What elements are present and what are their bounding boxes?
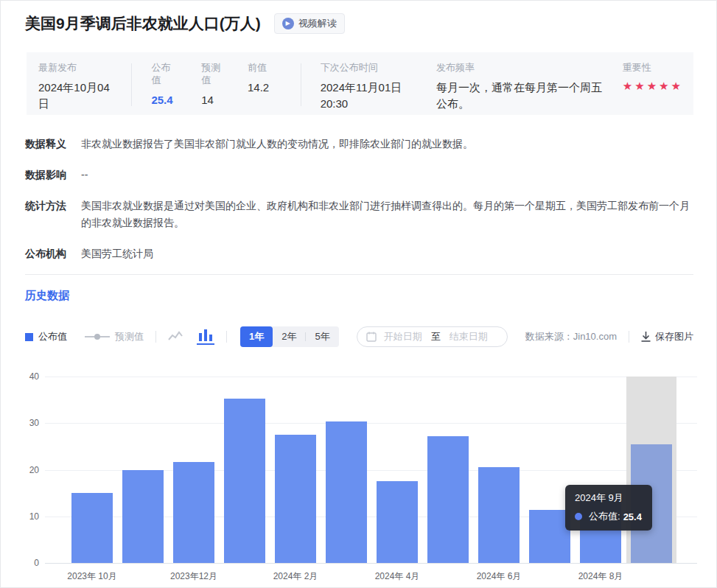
published-label: 公布值 — [151, 62, 175, 87]
y-tick-label: 30 — [20, 418, 39, 428]
detail-label: 数据释义 — [25, 136, 71, 153]
detail-row-impact: 数据影响 -- — [25, 167, 693, 183]
tooltip-title: 2024年 9月 — [575, 491, 642, 505]
summary-bar: 最新发布 2024年10月04日 公布值 25.4 预测值 14 前值 14.2… — [27, 52, 693, 115]
bar-chart-icon — [199, 329, 212, 341]
range-tab-group: 1年 2年 5年 — [240, 326, 339, 347]
detail-text: 非农就业数据报告了美国非农部门就业人数的变动情况，即排除农业部门的就业数据。 — [81, 136, 473, 153]
detail-label: 公布机构 — [25, 245, 71, 262]
forecast-value: 14 — [201, 92, 237, 108]
frequency-label: 发布频率 — [436, 62, 612, 74]
title-row: 美国9月季调后非农就业人口(万人) ▶ 视频解读 — [25, 13, 345, 34]
x-tick-label: 2024年 8月 — [578, 570, 623, 583]
legend-forecast-label: 预测值 — [115, 330, 144, 343]
y-tick-label: 10 — [20, 511, 39, 522]
published-block: 公布值 25.4 — [151, 62, 186, 115]
calendar-icon — [366, 332, 377, 342]
tooltip-value: 25.4 — [623, 511, 642, 522]
detail-row-definition: 数据释义 非农就业数据报告了美国非农部门就业人数的变动情况，即排除农业部门的就业… — [25, 136, 693, 153]
history-data-link[interactable]: 历史数据 — [25, 289, 69, 303]
active-underline — [197, 343, 214, 345]
y-tick-label: 40 — [20, 371, 39, 382]
detail-label: 数据影响 — [25, 167, 71, 183]
section-divider — [25, 274, 693, 275]
chart-tooltip: 2024年 9月 公布值: 25.4 — [565, 485, 652, 531]
series-dot-icon — [575, 513, 582, 520]
next-release-label: 下次公布时间 — [321, 62, 423, 74]
play-icon: ▶ — [282, 18, 294, 29]
legend-forecast[interactable]: 预测值 — [85, 330, 144, 343]
bar-2024年1月[interactable] — [224, 399, 265, 563]
importance-label: 重要性 — [623, 62, 683, 74]
bar-2023年10月[interactable] — [71, 493, 113, 563]
previous-block: 前值 14.2 — [248, 62, 292, 115]
download-icon — [641, 332, 651, 342]
importance-block: 重要性 ★★★★★ — [623, 62, 683, 115]
bar-2024年6月[interactable] — [478, 467, 520, 563]
tab-1year[interactable]: 1年 — [240, 326, 273, 347]
x-tick-label: 2023年12月 — [170, 570, 217, 583]
tab-2year[interactable]: 2年 — [273, 326, 305, 347]
bar-2024年4月[interactable] — [377, 481, 418, 563]
history-bar-chart: 2024年 9月 公布值: 25.4 0102030402023年 10月202… — [1, 369, 717, 588]
bar-2024年3月[interactable] — [326, 421, 367, 563]
tooltip-series-label: 公布值: — [589, 510, 620, 523]
latest-release-block: 最新发布 2024年10月04日 — [38, 62, 120, 115]
bar-2024年2月[interactable] — [275, 435, 316, 563]
indicator-detail-page: 美国9月季调后非农就业人口(万人) ▶ 视频解读 最新发布 2024年10月04… — [0, 0, 717, 588]
bar-2024年7月[interactable] — [529, 510, 570, 563]
divider — [226, 331, 227, 343]
start-date-field[interactable]: 开始日期 — [384, 330, 422, 343]
x-tick-label: 2024年 4月 — [375, 570, 420, 583]
save-image-label: 保存图片 — [655, 330, 693, 343]
chart-plot: 2024年 9月 公布值: 25.4 0102030402023年 10月202… — [45, 377, 697, 563]
gridline — [45, 423, 697, 424]
bar-2023年11月[interactable] — [122, 470, 164, 563]
save-image-button[interactable]: 保存图片 — [641, 330, 693, 343]
video-explain-button[interactable]: ▶ 视频解读 — [274, 13, 345, 34]
x-tick-label: 2023年 10月 — [67, 570, 116, 583]
detail-row-method: 统计方法 美国非农就业数据是通过对美国的企业、政府机构和非农业部门进行抽样调查得… — [25, 197, 693, 231]
divider — [301, 63, 301, 106]
divider — [629, 331, 629, 343]
importance-stars: ★★★★★ — [623, 80, 683, 93]
divider — [131, 63, 132, 106]
x-axis-line — [45, 563, 697, 564]
x-tick-label: 2024年 2月 — [273, 570, 318, 583]
latest-release-label: 最新发布 — [38, 62, 120, 74]
bar-chart-toggle[interactable] — [197, 329, 214, 345]
data-source-text: 数据来源：Jin10.com — [525, 330, 617, 343]
gridline — [45, 377, 697, 377]
forecast-label: 预测值 — [201, 62, 225, 87]
detail-section: 数据释义 非农就业数据报告了美国非农部门就业人数的变动情况，即排除农业部门的就业… — [25, 136, 693, 276]
line-chart-toggle[interactable] — [167, 331, 183, 343]
frequency-block: 发布频率 每月一次，通常在每月第一个周五公布。 — [436, 62, 612, 115]
detail-text: 美国非农就业数据是通过对美国的企业、政府机构和非农业部门进行抽样调查得出的。每月… — [81, 197, 693, 231]
latest-release-value: 2024年10月04日 — [38, 80, 120, 112]
legend-published-label: 公布值 — [38, 330, 67, 343]
published-value: 25.4 — [151, 92, 186, 108]
detail-text: 美国劳工统计局 — [81, 245, 153, 262]
chart-controls: 公布值 预测值 1年 2年 5年 开始日期 至 结束日期 数据来源：Jin10. — [25, 326, 693, 348]
date-range-picker[interactable]: 开始日期 至 结束日期 — [357, 326, 508, 347]
previous-label: 前值 — [248, 62, 292, 74]
legend-square-icon — [25, 333, 33, 341]
end-date-field[interactable]: 结束日期 — [450, 330, 488, 343]
line-chart-icon — [167, 331, 183, 343]
x-tick-label: 2024年 6月 — [477, 570, 522, 583]
tab-5year[interactable]: 5年 — [306, 326, 338, 347]
date-separator: 至 — [431, 330, 441, 343]
bar-2024年5月[interactable] — [427, 436, 469, 563]
detail-text: -- — [81, 167, 88, 183]
legend-linedot-icon — [85, 334, 110, 340]
legend-published[interactable]: 公布值 — [25, 330, 67, 343]
forecast-block: 预测值 14 — [201, 62, 237, 115]
bar-2023年12月[interactable] — [173, 462, 214, 563]
video-explain-label: 视频解读 — [298, 17, 337, 30]
controls-right-group: 数据来源：Jin10.com 保存图片 — [525, 330, 693, 343]
next-release-block: 下次公布时间 2024年11月01日 20:30 — [321, 62, 423, 115]
previous-value: 14.2 — [248, 80, 292, 96]
next-release-value: 2024年11月01日 20:30 — [321, 80, 423, 112]
tooltip-row: 公布值: 25.4 — [575, 510, 642, 523]
y-tick-label: 0 — [20, 558, 39, 568]
